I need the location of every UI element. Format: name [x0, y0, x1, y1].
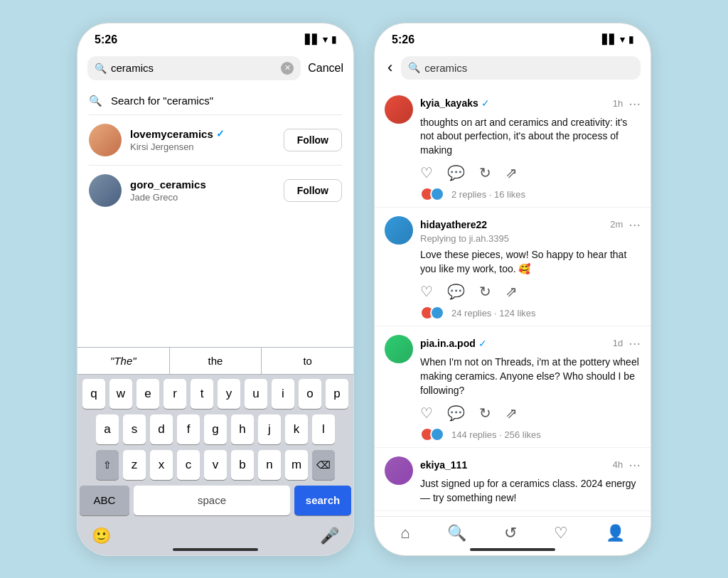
- reply-av-2b: [430, 306, 444, 320]
- post-meta-3: pia.in.a.pod ✓ 1d ··· When I'm not on Th…: [420, 335, 641, 397]
- key-q[interactable]: q: [82, 379, 105, 409]
- share-icon-2[interactable]: ⇗: [505, 283, 518, 300]
- post-username-row-4: ekiya_111 4h ···: [420, 456, 641, 473]
- key-i[interactable]: i: [272, 379, 294, 409]
- repost-icon-3[interactable]: ↻: [479, 405, 491, 422]
- key-a[interactable]: a: [96, 414, 119, 444]
- mic-icon[interactable]: 🎤: [320, 527, 339, 545]
- key-g[interactable]: g: [204, 414, 227, 444]
- nav-likes[interactable]: ♡: [554, 524, 568, 542]
- phone-feed: 5:26 ▋▋ ▾ ▮ ‹ 🔍 ceramics kyia_kayaks ✓ 1…: [374, 23, 651, 556]
- key-b[interactable]: b: [231, 450, 254, 480]
- follow-button-1[interactable]: Follow: [284, 129, 342, 151]
- share-icon-3[interactable]: ⇗: [505, 405, 518, 422]
- post-more-4[interactable]: ···: [628, 456, 641, 473]
- avatar-2: [89, 174, 122, 207]
- feed-scroll[interactable]: kyia_kayaks ✓ 1h ··· thoughts on art and…: [375, 87, 651, 516]
- key-t[interactable]: t: [191, 379, 213, 409]
- post-footer-2: 24 replies · 124 likes: [385, 306, 641, 320]
- key-space[interactable]: space: [134, 486, 290, 515]
- post-1: kyia_kayaks ✓ 1h ··· thoughts on art and…: [375, 87, 651, 208]
- key-u[interactable]: u: [245, 379, 267, 409]
- emoji-icon[interactable]: 🙂: [92, 527, 111, 545]
- comment-icon-3[interactable]: 💬: [447, 405, 465, 422]
- nav-profile[interactable]: 👤: [606, 524, 625, 542]
- reply-avatars-3: [420, 427, 440, 441]
- search-bar-static[interactable]: 🔍 ceramics: [401, 56, 641, 80]
- key-j[interactable]: j: [258, 414, 281, 444]
- suggestion-2[interactable]: the: [170, 348, 262, 374]
- repost-icon-1[interactable]: ↻: [479, 164, 491, 181]
- post-actions-1: ♡ 💬 ↻ ⇗: [385, 164, 641, 181]
- like-icon-3[interactable]: ♡: [420, 405, 433, 422]
- user-info-1: lovemyceramics ✓ Kirsi Jergensen: [130, 128, 275, 152]
- search-for-row[interactable]: 🔍 Search for "ceramics": [77, 87, 353, 114]
- like-icon-1[interactable]: ♡: [420, 164, 433, 181]
- key-shift[interactable]: ⇧: [96, 450, 119, 480]
- key-abc[interactable]: ABC: [80, 486, 129, 515]
- user-row-2[interactable]: goro_ceramics Jade Greco Follow: [77, 166, 353, 215]
- key-d[interactable]: d: [150, 414, 173, 444]
- key-delete[interactable]: ⌫: [312, 450, 335, 480]
- key-r[interactable]: r: [164, 379, 186, 409]
- search-input-wrap[interactable]: 🔍 ✕: [87, 56, 301, 80]
- search-icon: 🔍: [95, 63, 107, 74]
- back-button[interactable]: ‹: [385, 58, 395, 77]
- post-more-2[interactable]: ···: [628, 216, 641, 232]
- post-time-3: 1d: [613, 338, 623, 348]
- key-x[interactable]: x: [150, 450, 173, 480]
- suggestion-1[interactable]: "The": [77, 348, 170, 374]
- key-search[interactable]: search: [294, 486, 351, 515]
- comment-icon-1[interactable]: 💬: [447, 164, 465, 181]
- like-icon-2[interactable]: ♡: [420, 283, 433, 300]
- post-3: pia.in.a.pod ✓ 1d ··· When I'm not on Th…: [375, 326, 651, 448]
- post-subtitle-2: Replying to ji.ah.3395: [420, 233, 641, 244]
- key-c[interactable]: c: [177, 450, 200, 480]
- post-text-2: Love these pieces, wow! So happy to hear…: [420, 248, 641, 276]
- post-footer-text-2: 24 replies · 124 likes: [451, 308, 536, 319]
- cancel-button[interactable]: Cancel: [308, 62, 343, 75]
- nav-home[interactable]: ⌂: [400, 524, 410, 542]
- key-m[interactable]: m: [285, 450, 308, 480]
- realname-2: Jade Greco: [130, 192, 275, 203]
- nav-search[interactable]: 🔍: [447, 524, 466, 542]
- key-h[interactable]: h: [231, 414, 254, 444]
- key-l[interactable]: l: [312, 414, 335, 444]
- post-avatar-4: [385, 456, 413, 485]
- key-z[interactable]: z: [123, 450, 146, 480]
- key-v[interactable]: v: [204, 450, 227, 480]
- post-more-3[interactable]: ···: [628, 335, 641, 351]
- post-username-row-1: kyia_kayaks ✓ 1h ···: [420, 95, 641, 112]
- post-2: hidayathere22 2m ··· Replying to ji.ah.3…: [375, 208, 651, 326]
- post-more-1[interactable]: ···: [628, 95, 641, 112]
- key-f[interactable]: f: [177, 414, 200, 444]
- key-w[interactable]: w: [109, 379, 132, 409]
- share-icon-1[interactable]: ⇗: [505, 164, 518, 181]
- key-p[interactable]: p: [326, 379, 348, 409]
- user-row-1[interactable]: lovemyceramics ✓ Kirsi Jergensen Follow: [77, 115, 353, 165]
- search-input[interactable]: [111, 62, 277, 74]
- nav-compose[interactable]: ↺: [504, 524, 517, 542]
- post-footer-text-1: 2 replies · 16 likes: [451, 189, 525, 200]
- key-row-2: a s d f g h j k l: [80, 414, 351, 444]
- key-s[interactable]: s: [123, 414, 146, 444]
- post-username-3: pia.in.a.pod: [420, 338, 476, 349]
- key-k[interactable]: k: [285, 414, 308, 444]
- key-n[interactable]: n: [258, 450, 281, 480]
- username-row-1: lovemyceramics ✓: [130, 128, 275, 140]
- search-icon-2: 🔍: [408, 62, 420, 73]
- reply-av-3b: [430, 427, 444, 441]
- key-y[interactable]: y: [218, 379, 240, 409]
- post-actions-2: ♡ 💬 ↻ ⇗: [385, 283, 641, 300]
- key-e[interactable]: e: [136, 379, 159, 409]
- key-o[interactable]: o: [299, 379, 321, 409]
- clear-button[interactable]: ✕: [281, 62, 294, 75]
- search-for-icon: 🔍: [89, 95, 102, 107]
- suggestion-3[interactable]: to: [262, 348, 353, 374]
- follow-button-2[interactable]: Follow: [284, 179, 342, 202]
- post-verified-1: ✓: [481, 97, 490, 109]
- repost-icon-2[interactable]: ↻: [479, 283, 491, 300]
- comment-icon-2[interactable]: 💬: [447, 283, 465, 300]
- post-text-1: thoughts on art and ceramics and creativ…: [420, 116, 641, 158]
- home-indicator-2: [470, 548, 555, 551]
